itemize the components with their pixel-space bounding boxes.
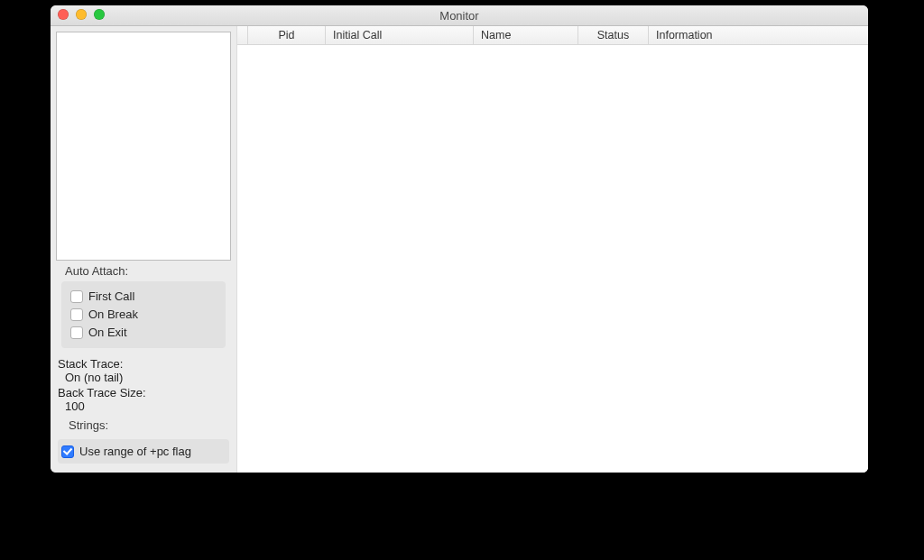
close-icon[interactable] <box>58 9 69 20</box>
process-table: Pid Initial Call Name Status Information <box>236 26 868 473</box>
checkbox-icon <box>70 326 83 339</box>
column-status[interactable]: Status <box>578 26 649 44</box>
back-trace-label: Back Trace Size: <box>58 386 227 399</box>
monitor-window: Monitor Auto Attach: First Call On Break… <box>51 5 868 473</box>
column-handle[interactable] <box>237 26 248 44</box>
minimize-icon[interactable] <box>76 9 87 20</box>
back-trace-value[interactable]: 100 <box>65 399 227 413</box>
table-header: Pid Initial Call Name Status Information <box>237 26 868 45</box>
strings-label: Strings: <box>69 418 231 432</box>
checkbox-checked-icon <box>61 445 74 458</box>
process-tree[interactable] <box>56 32 231 261</box>
on-exit-checkbox[interactable]: On Exit <box>70 325 220 341</box>
window-title: Monitor <box>439 9 478 23</box>
use-pc-flag-label: Use range of +pc flag <box>79 445 191 458</box>
traffic-lights <box>58 9 105 20</box>
auto-attach-label: Auto Attach: <box>65 264 231 278</box>
column-initial-call[interactable]: Initial Call <box>326 26 474 44</box>
column-information[interactable]: Information <box>649 26 868 44</box>
stack-trace-label: Stack Trace: <box>58 357 227 371</box>
on-break-checkbox[interactable]: On Break <box>70 307 220 323</box>
column-pid[interactable]: Pid <box>248 26 326 44</box>
sidebar: Auto Attach: First Call On Break On Exit… <box>51 26 236 473</box>
checkbox-icon <box>70 308 83 321</box>
checkbox-icon <box>70 290 83 303</box>
zoom-icon[interactable] <box>94 9 105 20</box>
first-call-checkbox[interactable]: First Call <box>70 289 220 305</box>
stack-trace-value[interactable]: On (no tail) <box>65 371 227 384</box>
titlebar: Monitor <box>51 5 868 26</box>
first-call-label: First Call <box>88 289 134 305</box>
use-pc-flag-checkbox[interactable]: Use range of +pc flag <box>58 439 229 464</box>
on-exit-label: On Exit <box>88 325 127 341</box>
stack-trace-block: Stack Trace: On (no tail) Back Trace Siz… <box>56 355 231 415</box>
table-body[interactable] <box>237 45 868 473</box>
on-break-label: On Break <box>88 307 138 323</box>
auto-attach-group: First Call On Break On Exit <box>61 281 226 348</box>
column-name[interactable]: Name <box>474 26 578 44</box>
